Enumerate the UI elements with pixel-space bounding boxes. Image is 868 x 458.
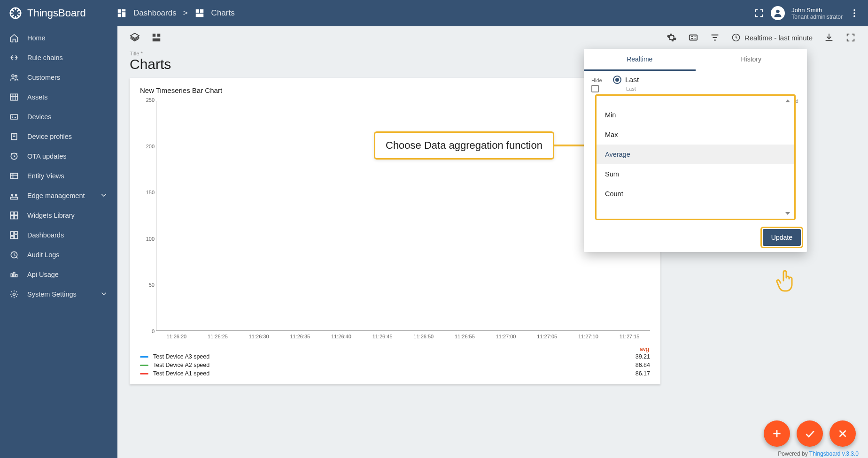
timewindow-button[interactable]: Realtime - last minute — [731, 33, 813, 42]
x-tick: 11:26:20 — [163, 334, 190, 339]
legend-row[interactable]: Test Device A3 speed39.21 — [140, 352, 650, 361]
chevron-down-icon — [100, 290, 108, 299]
svg-point-21 — [16, 194, 17, 196]
svg-rect-33 — [16, 275, 17, 277]
svg-rect-3 — [122, 12, 125, 17]
aggregation-dropdown: MinMaxAverageSumCount — [595, 94, 796, 220]
gear-icon[interactable] — [666, 32, 677, 43]
svg-point-11 — [853, 15, 855, 17]
agg-option-average[interactable]: Average — [597, 145, 794, 164]
sidebar-item-edge-management[interactable]: Edge management — [0, 186, 117, 206]
svg-rect-1 — [118, 9, 121, 13]
svg-rect-23 — [15, 212, 18, 215]
breadcrumb-root[interactable]: Dashboards — [133, 8, 177, 18]
sidebar-item-assets[interactable]: Assets — [0, 87, 117, 107]
x-tick: 11:27:05 — [534, 334, 560, 339]
avatar[interactable] — [771, 6, 785, 20]
last-radio-row[interactable]: Last — [591, 76, 799, 84]
widget-title: New Timeseries Bar Chart — [140, 86, 650, 94]
x-tick: 11:26:30 — [246, 334, 272, 339]
svg-rect-4 — [118, 14, 121, 17]
svg-rect-31 — [11, 274, 12, 277]
sidebar-item-device-profiles[interactable]: Device profiles — [0, 127, 117, 146]
svg-point-10 — [853, 12, 855, 14]
svg-rect-35 — [153, 34, 155, 37]
sidebar-item-rule-chains[interactable]: Rule chains — [0, 48, 117, 68]
user-role: Tenant administrator — [791, 14, 843, 20]
svg-point-34 — [13, 293, 16, 296]
sidebar-item-audit-logs[interactable]: Audit Logs — [0, 245, 117, 265]
app-header: ThingsBoard Dashboards > Charts John Smi… — [0, 0, 868, 26]
export-icon[interactable] — [824, 32, 834, 43]
x-tick: 11:26:25 — [204, 334, 231, 339]
sidebar-item-devices[interactable]: Devices — [0, 107, 117, 127]
x-tick: 11:26:40 — [328, 334, 354, 339]
sidebar-item-home[interactable]: Home — [0, 28, 117, 48]
people-icon — [9, 73, 19, 82]
sidebar-item-label: Assets — [27, 93, 48, 101]
fullscreen-icon[interactable] — [754, 8, 764, 18]
app-logo[interactable]: ThingsBoard — [8, 6, 116, 20]
chart-widget: New Timeseries Bar Chart 250200150100500… — [130, 78, 660, 384]
breadcrumb-leaf[interactable]: Charts — [211, 8, 235, 18]
agg-option-max[interactable]: Max — [597, 125, 794, 145]
sidebar-item-customers[interactable]: Customers — [0, 68, 117, 87]
sidebar-item-label: Audit Logs — [27, 251, 60, 259]
sidebar-item-label: OTA updates — [27, 153, 67, 160]
legend-row[interactable]: Test Device A2 speed86.84 — [140, 361, 650, 369]
hide-label: Hide — [591, 77, 602, 92]
close-button[interactable] — [829, 420, 856, 447]
grid-icon[interactable] — [151, 32, 162, 43]
sidebar-item-label: Api Usage — [27, 271, 59, 278]
tab-realtime[interactable]: Realtime — [584, 49, 696, 71]
svg-rect-5 — [195, 9, 199, 13]
sidebar-item-entity-views[interactable]: Entity Views — [0, 166, 117, 186]
x-tick: 11:26:50 — [411, 334, 437, 339]
scroll-down-icon[interactable] — [783, 209, 792, 218]
sidebar-item-system-settings[interactable]: System Settings — [0, 284, 117, 304]
settings-icon — [9, 290, 19, 299]
filter-icon[interactable] — [710, 32, 720, 43]
breadcrumb: Dashboards > Charts — [116, 8, 235, 18]
legend-row[interactable]: Test Device A1 speed86.17 — [140, 369, 650, 378]
sidebar-item-label: Device profiles — [27, 133, 72, 140]
agg-option-min[interactable]: Min — [597, 105, 794, 125]
layers-icon[interactable] — [130, 32, 140, 43]
svg-rect-29 — [11, 237, 14, 239]
svg-rect-22 — [11, 212, 14, 215]
x-tick: 11:27:10 — [575, 334, 601, 339]
svg-rect-14 — [11, 94, 18, 100]
maximize-icon[interactable] — [845, 32, 856, 43]
sidebar-item-label: System Settings — [27, 290, 77, 298]
add-button[interactable] — [764, 420, 790, 447]
sidebar-item-label: Home — [27, 34, 46, 42]
sidebar-item-label: Rule chains — [27, 54, 63, 61]
sidebar-item-dashboards[interactable]: Dashboards — [0, 225, 117, 245]
sidebar-item-api-usage[interactable]: Api Usage — [0, 265, 117, 284]
svg-rect-25 — [15, 216, 18, 219]
svg-rect-15 — [11, 114, 18, 119]
sidebar-item-label: Edge management — [27, 192, 85, 199]
agg-option-sum[interactable]: Sum — [597, 164, 794, 184]
legend-avg-header: avg — [140, 346, 650, 352]
sidebar: HomeRule chainsCustomersAssetsDevicesDev… — [0, 26, 117, 458]
svg-rect-38 — [690, 35, 698, 40]
apply-button[interactable] — [797, 420, 823, 447]
widgets-icon — [9, 211, 19, 220]
timewindow-label: Realtime - last minute — [744, 34, 813, 42]
tab-history[interactable]: History — [696, 49, 807, 71]
cancel-button[interactable]: Cancel — [763, 229, 800, 246]
more-icon[interactable] — [849, 8, 860, 18]
entity-alias-icon[interactable] — [688, 32, 698, 43]
svg-rect-24 — [11, 216, 14, 219]
hide-checkbox[interactable] — [591, 85, 599, 92]
home-icon — [9, 33, 19, 43]
sidebar-item-widgets-library[interactable]: Widgets Library — [0, 206, 117, 225]
scroll-up-icon[interactable] — [783, 97, 792, 105]
footer-link[interactable]: Thingsboard v.3.3.0 — [809, 450, 859, 457]
sidebar-item-ota-updates[interactable]: OTA updates — [0, 146, 117, 166]
footer: Powered by Thingsboard v.3.3.0 — [778, 450, 859, 457]
user-block: John Smith Tenant administrator — [754, 6, 860, 20]
agg-option-count[interactable]: Count — [597, 184, 794, 204]
user-info: John Smith Tenant administrator — [791, 7, 843, 20]
